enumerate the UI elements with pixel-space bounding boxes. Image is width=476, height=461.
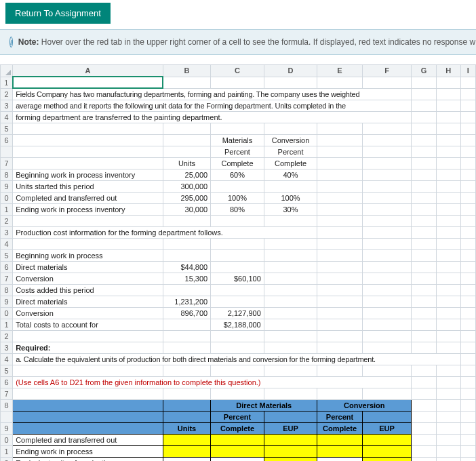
cell[interactable] bbox=[436, 285, 460, 296]
cell[interactable]: 80% bbox=[211, 204, 264, 216]
cell[interactable] bbox=[163, 458, 211, 462]
cell[interactable]: $44,800 bbox=[163, 262, 211, 273]
cell[interactable] bbox=[362, 285, 412, 296]
answer-cell[interactable] bbox=[264, 458, 317, 462]
cell[interactable]: Conversion bbox=[13, 308, 163, 319]
cell[interactable] bbox=[211, 458, 264, 462]
cell[interactable] bbox=[211, 388, 264, 400]
cell[interactable] bbox=[317, 250, 362, 262]
row-hdr[interactable]: 9 bbox=[1, 181, 13, 193]
cell[interactable]: a. Calculate the equivalent units of pro… bbox=[13, 354, 461, 365]
cell[interactable] bbox=[436, 193, 460, 204]
cell[interactable] bbox=[13, 123, 163, 135]
cell[interactable]: Ending work in process inventory bbox=[13, 204, 163, 216]
cell[interactable] bbox=[412, 227, 436, 239]
cell[interactable] bbox=[436, 423, 460, 435]
cell[interactable] bbox=[362, 169, 412, 181]
cell[interactable]: 100% bbox=[211, 193, 264, 204]
cell[interactable] bbox=[317, 342, 362, 354]
col-D[interactable]: D bbox=[264, 65, 317, 77]
cell[interactable] bbox=[264, 123, 317, 135]
cell[interactable] bbox=[362, 135, 412, 146]
cell[interactable] bbox=[436, 181, 460, 193]
cell[interactable] bbox=[460, 181, 475, 193]
cell[interactable] bbox=[211, 331, 264, 342]
cell[interactable] bbox=[460, 135, 475, 146]
cell[interactable] bbox=[163, 331, 211, 342]
cell[interactable] bbox=[460, 388, 475, 400]
col-A[interactable]: A bbox=[13, 65, 163, 77]
cell[interactable]: 295,000 bbox=[163, 193, 211, 204]
cell[interactable] bbox=[264, 308, 317, 319]
cell[interactable]: Direct materials bbox=[13, 296, 163, 308]
cell[interactable]: Complete bbox=[317, 423, 362, 435]
cell[interactable] bbox=[436, 319, 460, 331]
cell[interactable]: 30,000 bbox=[163, 204, 211, 216]
cell[interactable]: 25,000 bbox=[163, 169, 211, 181]
cell[interactable] bbox=[362, 204, 412, 216]
row-hdr[interactable]: 4 bbox=[1, 112, 13, 123]
cell[interactable] bbox=[211, 181, 264, 193]
cell[interactable] bbox=[412, 158, 436, 169]
cell[interactable] bbox=[163, 400, 211, 412]
cell[interactable] bbox=[460, 285, 475, 296]
cell[interactable] bbox=[362, 146, 412, 158]
cell[interactable]: Materials bbox=[211, 135, 264, 146]
answer-cell[interactable] bbox=[211, 446, 264, 458]
cell[interactable] bbox=[362, 262, 412, 273]
cell[interactable] bbox=[460, 123, 475, 135]
cell[interactable] bbox=[412, 216, 436, 227]
cell[interactable] bbox=[264, 319, 317, 331]
cell[interactable]: Units bbox=[163, 158, 211, 169]
row-hdr[interactable]: 3 bbox=[1, 227, 13, 239]
cell[interactable] bbox=[436, 458, 460, 462]
cell[interactable] bbox=[460, 88, 475, 100]
cell[interactable] bbox=[163, 388, 211, 400]
cell[interactable] bbox=[264, 412, 317, 423]
cell[interactable] bbox=[412, 331, 436, 342]
cell[interactable]: Direct Materials bbox=[211, 400, 317, 412]
row-hdr[interactable]: 1 bbox=[1, 446, 13, 458]
cell[interactable]: 100% bbox=[264, 193, 317, 204]
cell[interactable] bbox=[436, 239, 460, 250]
cell[interactable] bbox=[317, 158, 362, 169]
cell[interactable]: Beginning work in process inventory bbox=[13, 169, 163, 181]
cell[interactable] bbox=[460, 435, 475, 446]
cell[interactable] bbox=[264, 273, 317, 285]
cell[interactable] bbox=[13, 423, 163, 435]
cell[interactable] bbox=[13, 158, 163, 169]
cell[interactable] bbox=[163, 77, 211, 88]
cell[interactable]: Beginning work in process bbox=[13, 250, 163, 262]
cell-A1[interactable] bbox=[13, 77, 163, 88]
cell[interactable] bbox=[436, 308, 460, 319]
cell[interactable] bbox=[460, 100, 475, 112]
cell[interactable] bbox=[412, 77, 436, 88]
cell[interactable] bbox=[211, 123, 264, 135]
cell[interactable] bbox=[264, 262, 317, 273]
cell[interactable]: 15,300 bbox=[163, 273, 211, 285]
cell[interactable]: forming department are transferred to th… bbox=[13, 112, 412, 123]
cell[interactable]: Complete bbox=[211, 423, 264, 435]
cell[interactable]: Percent bbox=[211, 146, 264, 158]
cell[interactable] bbox=[317, 77, 362, 88]
cell[interactable] bbox=[412, 308, 436, 319]
row-hdr[interactable]: 2 bbox=[1, 331, 13, 342]
answer-cell[interactable] bbox=[362, 446, 412, 458]
cell[interactable] bbox=[163, 365, 211, 377]
cell[interactable] bbox=[211, 77, 264, 88]
cell[interactable] bbox=[436, 412, 460, 423]
row-hdr[interactable]: 6 bbox=[1, 135, 13, 146]
cell[interactable] bbox=[412, 262, 436, 273]
row-hdr[interactable]: 1 bbox=[1, 319, 13, 331]
cell[interactable] bbox=[362, 77, 412, 88]
cell[interactable] bbox=[460, 227, 475, 239]
row-hdr[interactable]: 1 bbox=[1, 77, 13, 88]
cell[interactable] bbox=[436, 342, 460, 354]
col-H[interactable]: H bbox=[436, 65, 460, 77]
cell[interactable]: Ending work in process bbox=[13, 446, 163, 458]
cell[interactable] bbox=[362, 181, 412, 193]
cell[interactable] bbox=[211, 365, 264, 377]
cell[interactable] bbox=[362, 123, 412, 135]
answer-cell[interactable] bbox=[362, 435, 412, 446]
cell[interactable]: Completed and transferred out bbox=[13, 193, 163, 204]
